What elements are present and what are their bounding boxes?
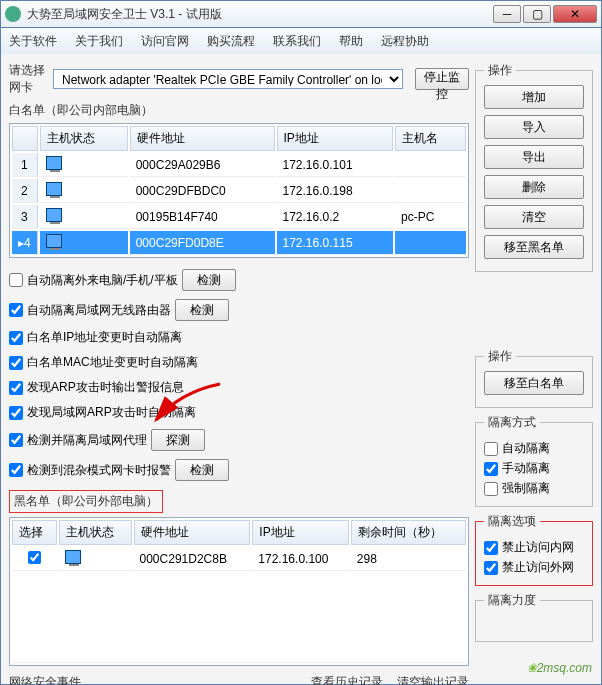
- whitelist-legend: 白名单（即公司内部电脑）: [9, 102, 469, 119]
- chk-proxy[interactable]: [9, 433, 23, 447]
- nic-label: 请选择网卡: [9, 62, 47, 96]
- isolation-power-panel: 隔离力度: [475, 592, 593, 642]
- history-link[interactable]: 查看历史记录: [311, 674, 383, 685]
- clear-output-link[interactable]: 清空输出记录: [397, 674, 469, 685]
- table-row[interactable]: 000C291D2C8B172.16.0.100298: [12, 547, 466, 571]
- col-host[interactable]: 主机名: [395, 126, 466, 151]
- chk-mac-change[interactable]: [9, 356, 23, 370]
- chk-ip-change[interactable]: [9, 331, 23, 345]
- stop-monitor-button[interactable]: 停止监控: [415, 68, 469, 90]
- to-whitelist-button[interactable]: 移至白名单: [484, 371, 584, 395]
- probe-button[interactable]: 探测: [151, 429, 205, 451]
- watermark: ❀2msq.com: [527, 654, 592, 677]
- menu-help[interactable]: 帮助: [339, 33, 363, 50]
- clear-button[interactable]: 清空: [484, 205, 584, 229]
- col-select[interactable]: 选择: [12, 520, 57, 545]
- chk-arp-alert[interactable]: [9, 381, 23, 395]
- chk-block-external[interactable]: [484, 561, 498, 575]
- add-button[interactable]: 增加: [484, 85, 584, 109]
- chk-auto-isolate-router[interactable]: [9, 303, 23, 317]
- whitelist-table: 主机状态 硬件地址 IP地址 主机名 1000C29A029B6172.16.0…: [9, 123, 469, 258]
- table-row[interactable]: 2000C29DFBDC0172.16.0.198: [12, 179, 466, 203]
- ops2-panel: 操作 移至白名单: [475, 348, 593, 408]
- col-status[interactable]: 主机状态: [59, 520, 132, 545]
- col-ip[interactable]: IP地址: [252, 520, 348, 545]
- events-legend: 网络安全事件: [9, 674, 81, 685]
- menu-website[interactable]: 访问官网: [141, 33, 189, 50]
- blacklist-table: 选择 主机状态 硬件地址 IP地址 剩余时间（秒） 000C291D2C8B17…: [9, 517, 469, 666]
- pc-icon: [65, 550, 81, 564]
- delete-button[interactable]: 删除: [484, 175, 584, 199]
- window-title: 大势至局域网安全卫士 V3.1 - 试用版: [27, 6, 493, 23]
- menu-about-software[interactable]: 关于软件: [9, 33, 57, 50]
- nic-select[interactable]: Network adapter 'Realtek PCIe GBE Family…: [53, 69, 403, 89]
- col-time[interactable]: 剩余时间（秒）: [351, 520, 466, 545]
- to-blacklist-button[interactable]: 移至黑名单: [484, 235, 584, 259]
- minimize-button[interactable]: ─: [493, 5, 521, 23]
- col-ip[interactable]: IP地址: [277, 126, 393, 151]
- isolation-mode-panel: 隔离方式 自动隔离 手动隔离 强制隔离: [475, 414, 593, 507]
- menu-purchase[interactable]: 购买流程: [207, 33, 255, 50]
- close-button[interactable]: ✕: [553, 5, 597, 23]
- col-status[interactable]: 主机状态: [40, 126, 128, 151]
- table-row[interactable]: 1000C29A029B6172.16.0.101: [12, 153, 466, 177]
- col-mac[interactable]: 硬件地址: [130, 126, 275, 151]
- pc-icon: [46, 156, 62, 170]
- detect-router-button[interactable]: 检测: [175, 299, 229, 321]
- chk-force-isolate[interactable]: [484, 482, 498, 496]
- maximize-button[interactable]: ▢: [523, 5, 551, 23]
- export-button[interactable]: 导出: [484, 145, 584, 169]
- menu-remote[interactable]: 远程协助: [381, 33, 429, 50]
- chk-arp-isolate[interactable]: [9, 406, 23, 420]
- pc-icon: [46, 234, 62, 248]
- pc-icon: [46, 182, 62, 196]
- chk-auto-isolate[interactable]: [484, 442, 498, 456]
- col-mac[interactable]: 硬件地址: [134, 520, 251, 545]
- menu-contact[interactable]: 联系我们: [273, 33, 321, 50]
- blacklist-legend: 黑名单（即公司外部电脑）: [9, 490, 163, 513]
- menubar: 关于软件 关于我们 访问官网 购买流程 联系我们 帮助 远程协助: [0, 28, 602, 54]
- chk-promisc[interactable]: [9, 463, 23, 477]
- chk-block-internal[interactable]: [484, 541, 498, 555]
- pc-icon: [46, 208, 62, 222]
- isolation-options-panel: 隔离选项 禁止访问内网 禁止访问外网: [475, 513, 593, 586]
- table-row[interactable]: 300195B14F740172.16.0.2pc-PC: [12, 205, 466, 229]
- import-button[interactable]: 导入: [484, 115, 584, 139]
- row-checkbox[interactable]: [28, 551, 41, 564]
- chk-manual-isolate[interactable]: [484, 462, 498, 476]
- app-icon: [5, 6, 21, 22]
- table-row-selected[interactable]: ▸4000C29FD0D8E172.16.0.115: [12, 231, 466, 255]
- menu-about-us[interactable]: 关于我们: [75, 33, 123, 50]
- titlebar: 大势至局域网安全卫士 V3.1 - 试用版 ─ ▢ ✕: [0, 0, 602, 28]
- ops-panel: 操作 增加 导入 导出 删除 清空 移至黑名单: [475, 62, 593, 272]
- detect-promisc-button[interactable]: 检测: [175, 459, 229, 481]
- detect-button[interactable]: 检测: [182, 269, 236, 291]
- chk-auto-isolate-ext[interactable]: [9, 273, 23, 287]
